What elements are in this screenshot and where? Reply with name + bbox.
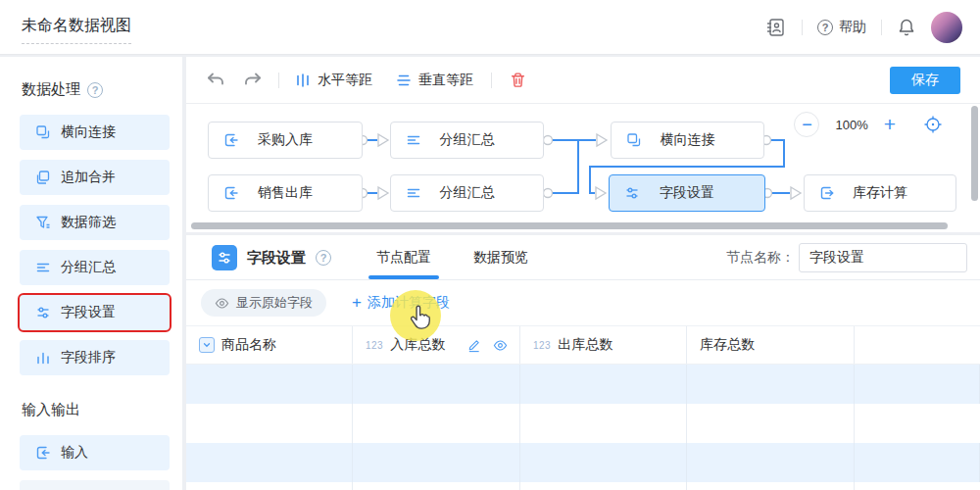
hjoin-icon xyxy=(626,132,642,148)
add-calculated-field-button[interactable]: + 添加计算字段 xyxy=(352,293,450,313)
table-row[interactable] xyxy=(186,482,980,490)
zoom-level: 100% xyxy=(835,118,867,132)
panel-header: 字段设置 ? 节点配置 数据预览 节点名称： xyxy=(186,235,980,280)
input-icon xyxy=(223,132,239,148)
column-header-inbound-total[interactable]: 123 入库总数 xyxy=(353,326,520,364)
table-header-row: 商品名称 123 入库总数 123 出库总数 库存总数 xyxy=(186,325,980,365)
sidebar-item-label: 字段排序 xyxy=(61,349,116,367)
sidebar-item-group[interactable]: 分组汇总 xyxy=(20,250,170,285)
locate-icon[interactable] xyxy=(923,115,943,134)
node-label: 库存计算 xyxy=(853,184,907,202)
sidebar: 数据处理 ? 横向连接 追加合并 数据筛选 分组汇总 字段设置 字段排序 输入输… xyxy=(0,57,182,490)
node-purchase-inbound[interactable]: 采购入库 xyxy=(208,122,363,159)
panel-subtoolbar: 显示原始字段 + 添加计算字段 xyxy=(186,280,980,325)
question-icon[interactable]: ? xyxy=(316,250,331,266)
sidebar-item-label: 横向连接 xyxy=(61,123,116,141)
column-header-product-name[interactable]: 商品名称 xyxy=(186,326,353,364)
column-label: 入库总数 xyxy=(390,336,445,354)
active-tab-indicator xyxy=(368,275,439,279)
sidebar-item-fieldset[interactable]: 字段设置 xyxy=(20,295,170,330)
section-title: 数据处理 xyxy=(22,80,80,99)
show-original-label: 显示原始字段 xyxy=(236,294,313,312)
column-label: 出库总数 xyxy=(558,336,612,354)
vertical-distribute-icon xyxy=(396,73,412,88)
sidebar-item-input[interactable]: 输入 xyxy=(20,435,170,470)
sidebar-section-io: 输入输出 xyxy=(22,401,182,419)
fieldset-panel-icon xyxy=(212,245,237,270)
sidebar-item-label: 分组汇总 xyxy=(61,259,116,276)
tab-node-config[interactable]: 节点配置 xyxy=(376,249,431,267)
undo-button[interactable] xyxy=(206,72,225,88)
sidebar-item-label: 字段设置 xyxy=(61,304,116,321)
help-button[interactable]: ? 帮助 xyxy=(817,19,866,36)
column-header-inventory-total[interactable]: 库存总数 xyxy=(687,326,855,364)
input-icon xyxy=(223,185,239,201)
avatar[interactable] xyxy=(931,12,962,43)
top-bar: 未命名数据视图 ? 帮助 xyxy=(0,0,980,55)
table-row[interactable] xyxy=(186,365,980,404)
page-title[interactable]: 未命名数据视图 xyxy=(22,16,131,44)
divider xyxy=(278,73,279,88)
node-fieldset[interactable]: 字段设置 xyxy=(609,174,765,212)
zoom-in-button[interactable]: + xyxy=(884,113,896,136)
node-group-summary-1[interactable]: 分组汇总 xyxy=(390,122,544,159)
column-header-outbound-total[interactable]: 123 出库总数 xyxy=(520,326,687,364)
delete-button[interactable] xyxy=(510,72,526,88)
numeric-type-icon: 123 xyxy=(533,340,551,351)
divider xyxy=(491,73,492,88)
add-calc-label: 添加计算字段 xyxy=(368,294,450,312)
node-group-summary-2[interactable]: 分组汇总 xyxy=(390,174,544,212)
sidebar-item-hjoin[interactable]: 横向连接 xyxy=(20,115,170,150)
align-horizontal-label: 水平等距 xyxy=(318,72,372,89)
node-name-input[interactable] xyxy=(799,243,967,272)
question-icon[interactable]: ? xyxy=(87,82,103,98)
append-icon xyxy=(35,170,51,185)
vertical-scrollbar[interactable] xyxy=(971,106,978,201)
edit-icon[interactable] xyxy=(466,338,481,353)
table-row[interactable] xyxy=(186,404,980,443)
redo-button[interactable] xyxy=(243,72,263,88)
sidebar-item-output: 输出 xyxy=(20,480,170,490)
node-label: 销售出库 xyxy=(258,184,313,202)
node-inventory-calc[interactable]: 库存计算 xyxy=(804,174,956,212)
column-header-empty xyxy=(855,326,980,364)
filter-icon xyxy=(35,215,51,230)
node-label: 横向连接 xyxy=(661,131,715,149)
bell-icon[interactable] xyxy=(897,18,916,37)
divider xyxy=(802,20,803,35)
question-icon: ? xyxy=(817,20,833,35)
save-button[interactable]: 保存 xyxy=(890,67,960,94)
zoom-controls: − 100% + xyxy=(794,112,943,137)
contacts-icon[interactable] xyxy=(765,17,787,38)
table-row[interactable] xyxy=(186,443,980,482)
align-vertical-label: 垂直等距 xyxy=(418,72,473,89)
eye-icon[interactable] xyxy=(493,338,508,353)
sidebar-item-append[interactable]: 追加合并 xyxy=(20,160,170,195)
node-hjoin[interactable]: 横向连接 xyxy=(611,122,764,159)
sidebar-section-data-processing: 数据处理 ? xyxy=(22,80,182,99)
align-horizontal-button[interactable]: 水平等距 xyxy=(295,72,372,89)
node-label: 分组汇总 xyxy=(440,131,495,149)
flow-canvas[interactable]: 采购入库 分组汇总 横向连接 销售出库 分组汇总 字段设置 库存计算 − 10 xyxy=(186,104,980,231)
sidebar-item-label: 输入 xyxy=(61,444,88,462)
show-original-fields-button[interactable]: 显示原始字段 xyxy=(201,289,326,317)
field-type-icon[interactable] xyxy=(199,337,215,353)
sidebar-item-fieldsort[interactable]: 字段排序 xyxy=(20,340,170,375)
column-label: 商品名称 xyxy=(221,336,276,354)
node-label: 采购入库 xyxy=(258,131,313,149)
column-label: 库存总数 xyxy=(700,336,755,354)
node-sales-outbound[interactable]: 销售出库 xyxy=(208,174,363,212)
numeric-type-icon: 123 xyxy=(366,340,383,351)
trash-icon xyxy=(510,72,526,88)
plus-icon: + xyxy=(352,293,362,313)
group-icon xyxy=(406,132,421,148)
horizontal-scrollbar[interactable] xyxy=(191,222,948,229)
tab-data-preview[interactable]: 数据预览 xyxy=(473,249,528,267)
align-vertical-button[interactable]: 垂直等距 xyxy=(396,72,473,89)
node-label: 分组汇总 xyxy=(440,184,495,202)
section-title: 输入输出 xyxy=(22,401,80,419)
canvas-toolbar: 水平等距 垂直等距 保存 xyxy=(186,57,980,104)
sliders-icon xyxy=(35,305,51,320)
zoom-out-button[interactable]: − xyxy=(794,112,819,137)
sidebar-item-filter[interactable]: 数据筛选 xyxy=(20,205,170,240)
